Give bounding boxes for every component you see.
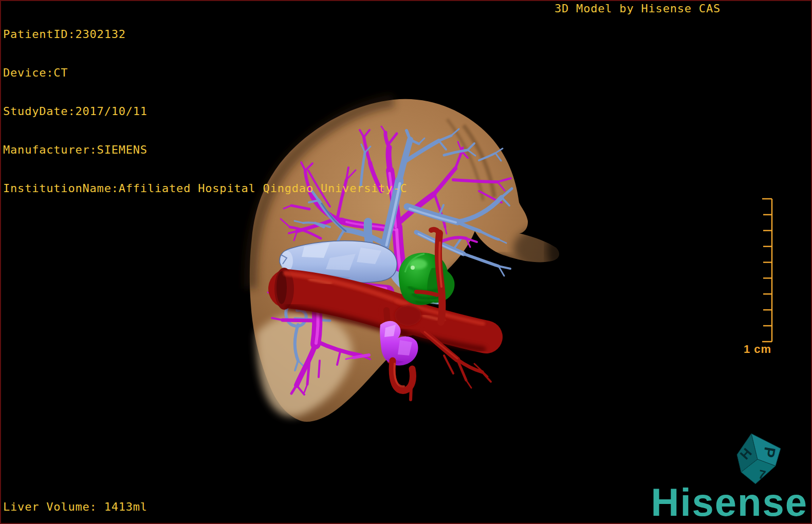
study-date-line: StudyDate:2017/10/11 <box>3 105 408 118</box>
patient-info-overlay: PatientID:2302132 Device:CT StudyDate:20… <box>3 2 408 220</box>
manufacturer-line: Manufacturer:SIEMENS <box>3 143 408 156</box>
institution-line: InstitutionName:Affiliated Hospital Qing… <box>3 182 408 195</box>
scale-ruler-label: 1 cm <box>744 343 771 355</box>
watermark-title: 3D Model by Hisense CAS <box>555 2 721 15</box>
device-line: Device:CT <box>3 66 408 79</box>
orientation-cube[interactable]: H P 7 <box>737 434 781 484</box>
patient-id-line: PatientID:2302132 <box>3 28 408 41</box>
liver-volume-readout: Liver Volume: 1413ml <box>3 500 147 513</box>
gastroduodenal-artery-loop <box>392 361 413 400</box>
hisense-logo: Hisense <box>651 483 808 522</box>
scale-ruler: 1 cm <box>744 199 772 355</box>
viewer-window: 1 cm H P 7 PatientID:2302132 Device:CT S… <box>0 0 812 524</box>
